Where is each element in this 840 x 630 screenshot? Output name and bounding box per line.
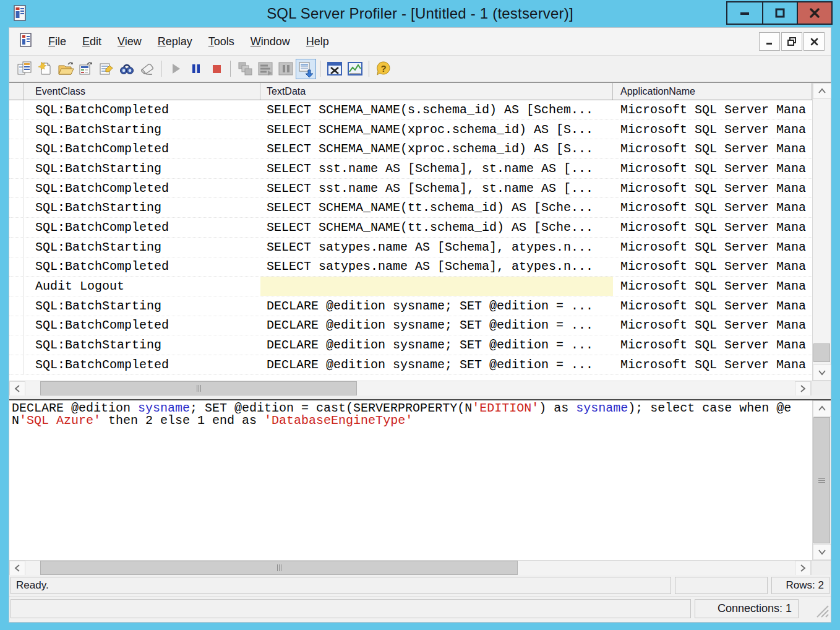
scroll-right-icon[interactable] bbox=[795, 561, 811, 576]
table-row[interactable]: SQL:BatchStarting SELECT SCHEMA_NAME(tt.… bbox=[9, 198, 812, 218]
table-row[interactable]: SQL:BatchCompleted SELECT satypes.name A… bbox=[9, 257, 812, 277]
grid-hscroll-thumb[interactable] bbox=[40, 381, 357, 395]
menu-item[interactable]: Window bbox=[242, 33, 298, 51]
grid-header: EventClass TextData ApplicationName bbox=[9, 83, 812, 100]
detail-vscroll-track[interactable] bbox=[813, 416, 831, 544]
table-row[interactable]: SQL:BatchStarting SELECT SCHEMA_NAME(xpr… bbox=[9, 120, 812, 140]
menu-item[interactable]: View bbox=[109, 33, 150, 51]
cell-text-data bbox=[260, 277, 613, 296]
table-row[interactable]: SQL:BatchCompleted DECLARE @edition sysn… bbox=[9, 355, 812, 375]
detail-hscroll-track[interactable] bbox=[25, 561, 795, 575]
table-row[interactable]: SQL:BatchCompleted SELECT sst.name AS [S… bbox=[9, 179, 812, 199]
launch-system-monitor-icon[interactable] bbox=[345, 59, 365, 79]
grid-vscroll-track[interactable] bbox=[813, 99, 831, 365]
menu-item[interactable]: Help bbox=[298, 33, 337, 51]
minimize-button[interactable] bbox=[727, 2, 762, 24]
maximize-button[interactable] bbox=[762, 2, 797, 24]
row-selector-cell bbox=[9, 120, 24, 139]
cell-event-class: SQL:BatchCompleted bbox=[24, 257, 260, 277]
sql-token: sysname bbox=[576, 402, 628, 415]
cell-event-class: SQL:BatchCompleted bbox=[24, 316, 260, 335]
stop-icon[interactable] bbox=[206, 59, 226, 79]
column-header-eventclass: EventClass bbox=[24, 83, 260, 100]
find-icon[interactable] bbox=[116, 59, 137, 79]
client-area: FileEditViewReplayToolsWindowHelp bbox=[9, 27, 831, 623]
menu-item[interactable]: Tools bbox=[200, 33, 242, 51]
menu-item[interactable]: Edit bbox=[74, 33, 109, 51]
mdi-restore-button[interactable] bbox=[781, 32, 802, 51]
cell-application-name: Microsoft SQL Server Mana bbox=[613, 120, 812, 139]
table-row[interactable]: SQL:BatchStarting SELECT satypes.name AS… bbox=[9, 238, 812, 257]
app-status-bar: Connections: 1 bbox=[9, 596, 831, 622]
cell-text-data: SELECT SCHEMA_NAME(tt.schema_id) AS [Sch… bbox=[260, 198, 613, 217]
scroll-left-icon[interactable] bbox=[9, 381, 25, 396]
mdi-window-controls bbox=[759, 32, 825, 51]
resize-grip[interactable] bbox=[802, 599, 829, 618]
table-row[interactable]: SQL:BatchStarting SELECT sst.name AS [Sc… bbox=[9, 159, 812, 179]
status-ready: Ready. bbox=[11, 577, 671, 594]
cell-event-class: Audit Logout bbox=[24, 277, 260, 296]
row-selector-cell bbox=[9, 179, 24, 198]
launch-tuning-advisor-icon[interactable] bbox=[324, 59, 345, 79]
sql-token: 'SQL Azure' bbox=[19, 415, 101, 427]
menu-item[interactable]: File bbox=[40, 33, 74, 51]
grid-vscroll-thumb[interactable] bbox=[813, 343, 830, 362]
trace-grid-main: EventClass TextData ApplicationName SQL:… bbox=[9, 83, 812, 381]
grid-horizontal-scrollbar[interactable] bbox=[9, 381, 831, 395]
scroll-down-icon[interactable] bbox=[813, 365, 831, 381]
scroll-up-icon[interactable] bbox=[813, 400, 831, 416]
cell-application-name: Microsoft SQL Server Mana bbox=[613, 238, 812, 257]
open-trace-table-icon[interactable] bbox=[75, 59, 96, 79]
table-row[interactable]: SQL:BatchStarting DECLARE @edition sysna… bbox=[9, 296, 812, 316]
detail-hscroll-thumb[interactable] bbox=[40, 561, 518, 575]
open-trace-file-icon[interactable] bbox=[55, 59, 75, 79]
table-row[interactable]: SQL:BatchCompleted SELECT SCHEMA_NAME(tt… bbox=[9, 218, 812, 238]
cell-event-class: SQL:BatchStarting bbox=[24, 159, 260, 178]
scroll-left-icon[interactable] bbox=[9, 561, 25, 576]
table-row[interactable]: Audit Logout Microsoft SQL Server Mana bbox=[9, 277, 812, 296]
table-row[interactable]: SQL:BatchCompleted SELECT SCHEMA_NAME(s.… bbox=[9, 100, 812, 120]
scroll-up-icon[interactable] bbox=[813, 83, 831, 99]
start-replay-icon[interactable] bbox=[165, 59, 186, 79]
sql-token: ; SET @edition = cast(SERVERPROPERTY(N bbox=[190, 402, 472, 415]
run-to-cursor-icon[interactable] bbox=[255, 59, 275, 79]
trace-grid: EventClass TextData ApplicationName SQL:… bbox=[9, 82, 831, 381]
toolbar-separator bbox=[161, 61, 161, 77]
scroll-down-icon[interactable] bbox=[813, 544, 831, 560]
sql-token: ); select case when @e bbox=[628, 402, 791, 415]
sql-line: DECLARE @edition sysname; SET @edition =… bbox=[12, 402, 812, 415]
new-document-icon[interactable] bbox=[35, 59, 55, 79]
grid-vertical-scrollbar[interactable] bbox=[812, 83, 831, 381]
menu-item[interactable]: Replay bbox=[150, 33, 200, 51]
detail-horizontal-scrollbar[interactable] bbox=[9, 560, 831, 575]
scroll-right-icon[interactable] bbox=[795, 381, 811, 396]
toolbar-separator bbox=[320, 61, 320, 77]
trace-properties-icon[interactable] bbox=[96, 59, 116, 79]
close-button[interactable] bbox=[797, 2, 831, 24]
table-row[interactable]: SQL:BatchCompleted DECLARE @edition sysn… bbox=[9, 316, 812, 336]
row-selector-cell bbox=[9, 257, 24, 277]
mdi-close-button[interactable] bbox=[804, 32, 825, 51]
detail-vscroll-thumb[interactable] bbox=[813, 417, 830, 543]
sql-token: sysname bbox=[138, 402, 190, 415]
detail-vertical-scrollbar[interactable] bbox=[812, 400, 831, 560]
grid-hscroll-track[interactable] bbox=[25, 381, 795, 395]
cell-event-class: SQL:BatchStarting bbox=[24, 296, 260, 316]
cell-text-data: DECLARE @edition sysname; SET @edition =… bbox=[260, 296, 613, 316]
cell-application-name: Microsoft SQL Server Mana bbox=[613, 179, 812, 198]
table-row[interactable]: SQL:BatchStarting DECLARE @edition sysna… bbox=[9, 335, 812, 355]
toggle-breakpoint-icon[interactable] bbox=[275, 59, 296, 79]
new-trace-icon[interactable] bbox=[14, 59, 35, 79]
help-icon[interactable]: ? bbox=[373, 59, 393, 79]
execute-one-step-icon[interactable] bbox=[234, 59, 255, 79]
sql-token: DECLARE @edition bbox=[12, 402, 138, 415]
row-selector-cell bbox=[9, 238, 24, 257]
sql-text-view[interactable]: DECLARE @edition sysname; SET @edition =… bbox=[9, 400, 812, 560]
cell-event-class: SQL:BatchStarting bbox=[24, 238, 260, 257]
auto-scroll-icon[interactable] bbox=[296, 59, 316, 79]
table-row[interactable]: SQL:BatchCompleted SELECT SCHEMA_NAME(xp… bbox=[9, 139, 812, 159]
clear-trace-window-icon[interactable] bbox=[137, 59, 157, 79]
mdi-minimize-button[interactable] bbox=[759, 32, 780, 51]
row-selector-cell bbox=[9, 159, 24, 178]
pause-icon[interactable] bbox=[186, 59, 206, 79]
